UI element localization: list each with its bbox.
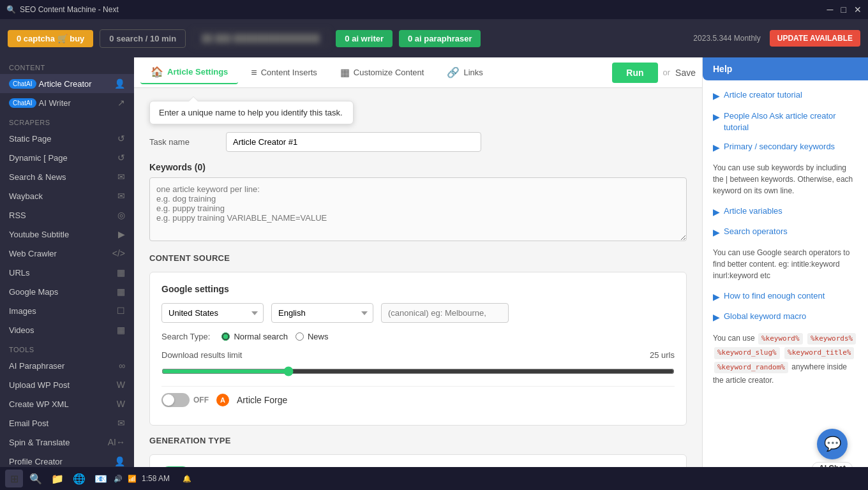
save-button[interactable]: Save bbox=[675, 68, 696, 78]
help-link-label-6: How to find enough content bbox=[724, 290, 825, 302]
tab-links-label: Links bbox=[463, 68, 483, 77]
sidebar: Content ChatAI Article Creator 👤 ChatAI … bbox=[0, 57, 134, 490]
tab-customize-content[interactable]: ▦ Customize Content bbox=[330, 61, 435, 84]
primary-keywords-desc: You can use sub keywords by including th… bbox=[713, 162, 858, 197]
sidebar-item-article-creator[interactable]: ChatAI Article Creator 👤 bbox=[0, 74, 134, 93]
country-select[interactable]: United States United Kingdom Canada Aust… bbox=[161, 303, 264, 323]
version-text: 2023.5.344 Monthly bbox=[693, 34, 760, 43]
taskbar-start-icon[interactable]: ⊞ bbox=[5, 470, 23, 487]
language-select[interactable]: English French Spanish German bbox=[271, 303, 373, 323]
task-name-row: Task name bbox=[149, 132, 687, 152]
taskbar-browser-icon[interactable]: 🌐 bbox=[70, 470, 88, 487]
macro-tag-3: %keyword_slug% bbox=[714, 347, 780, 359]
sidebar-item-urls[interactable]: URLs ▦ bbox=[0, 263, 134, 282]
tabs-bar: 🏠 Article Settings ≡ Content Inserts ▦ C… bbox=[134, 57, 702, 88]
external-link-icon: ↗ bbox=[117, 98, 125, 108]
sidebar-item-static-page[interactable]: Static Page ↺ bbox=[0, 129, 134, 148]
sidebar-item-google-maps[interactable]: Google Maps ▦ bbox=[0, 282, 134, 301]
taskbar-file-icon[interactable]: 📁 bbox=[49, 470, 66, 487]
main-panel: 🏠 Article Settings ≡ Content Inserts ▦ C… bbox=[134, 57, 868, 490]
search-limit-button[interactable]: 0 search / 10 min bbox=[100, 29, 186, 48]
sidebar-section-scrapers: Scrapers bbox=[0, 112, 134, 129]
radio-normal-search[interactable]: Normal search bbox=[221, 332, 288, 341]
article-forge-toggle[interactable]: OFF bbox=[161, 393, 209, 407]
help-link-article-variables[interactable]: ▶ Article variables bbox=[713, 205, 858, 219]
task-name-label: Task name bbox=[149, 137, 226, 147]
update-button[interactable]: UPDATE AVAILABLE bbox=[770, 30, 860, 47]
tab-article-settings[interactable]: 🏠 Article Settings bbox=[140, 61, 238, 84]
generation-type-title: GENERATION TYPE bbox=[149, 436, 687, 445]
help-link-label-1: Article creator tutorial bbox=[724, 89, 802, 101]
help-link-label-3: Primary / secondary keywords bbox=[724, 141, 835, 152]
static-page-icon: ↺ bbox=[117, 133, 125, 144]
keywords-textarea[interactable] bbox=[149, 177, 687, 241]
radio-normal-search-input[interactable] bbox=[221, 332, 230, 341]
keywords-label: Keywords (0) bbox=[149, 162, 687, 172]
download-limit-slider[interactable] bbox=[161, 366, 675, 376]
ai-writer-button[interactable]: 0 ai writer bbox=[336, 30, 393, 47]
help-link-primary-keywords[interactable]: ▶ Primary / secondary keywords bbox=[713, 141, 858, 154]
sidebar-item-upload-wp[interactable]: Upload WP Post W bbox=[0, 375, 134, 394]
tray-network-icon: 🔊 bbox=[114, 475, 123, 483]
minimize-btn[interactable]: ─ bbox=[827, 4, 834, 15]
tray-notification-icon[interactable]: 🔔 bbox=[183, 475, 191, 483]
help-link-search-operators[interactable]: ▶ Search operators bbox=[713, 226, 858, 239]
window-controls[interactable]: ─ □ ✕ bbox=[827, 4, 862, 15]
google-settings-title: Google settings bbox=[161, 284, 675, 294]
sidebar-item-create-wp-xml[interactable]: Create WP XML W bbox=[0, 394, 134, 413]
download-limit-section: Download results limit 25 urls bbox=[161, 350, 675, 381]
global-macro-prefix: You can use bbox=[713, 334, 755, 343]
help-link-article-creator-tutorial[interactable]: ▶ Article creator tutorial bbox=[713, 89, 858, 103]
help-link-find-content[interactable]: ▶ How to find enough content bbox=[713, 290, 858, 304]
taskbar: ⊞ 🔍 📁 🌐 📧 🔊 📶 1:58 AM 🔔 bbox=[0, 467, 868, 490]
canonical-input[interactable] bbox=[381, 303, 509, 323]
sidebar-item-email-post[interactable]: Email Post ✉ bbox=[0, 413, 134, 433]
help-link-people-also-ask[interactable]: ▶ People Also Ask article creator tutori… bbox=[713, 110, 858, 133]
sidebar-item-images[interactable]: Images ☐ bbox=[0, 301, 134, 320]
tab-links[interactable]: 🔗 Links bbox=[437, 61, 493, 84]
limit-header: Download results limit 25 urls bbox=[161, 350, 675, 360]
tray-wifi-icon: 📶 bbox=[128, 475, 137, 483]
limit-value: 25 urls bbox=[650, 350, 675, 360]
help-content: ▶ Article creator tutorial ▶ People Also… bbox=[703, 80, 868, 404]
taskbar-app-icon[interactable]: 📧 bbox=[92, 470, 110, 487]
radio-news-input[interactable] bbox=[296, 332, 304, 341]
sidebar-item-web-crawler[interactable]: Web Crawler </> bbox=[0, 244, 134, 263]
ai-paraphraser-icon: ∞ bbox=[119, 360, 125, 371]
radio-normal-search-label: Normal search bbox=[234, 332, 288, 341]
play-icon-6: ▶ bbox=[713, 291, 720, 304]
youtube-icon: ▶ bbox=[118, 229, 125, 239]
ai-paraphraser-button[interactable]: 0 ai paraphraser bbox=[399, 30, 481, 47]
tab-content-inserts[interactable]: ≡ Content Inserts bbox=[241, 62, 327, 84]
maximize-btn[interactable]: □ bbox=[841, 4, 846, 15]
wayback-icon: ✉ bbox=[117, 191, 125, 201]
profile-creator-icon: 👤 bbox=[114, 456, 125, 466]
task-name-input[interactable] bbox=[226, 132, 481, 152]
sidebar-item-videos[interactable]: Videos ▦ bbox=[0, 320, 134, 339]
web-crawler-icon: </> bbox=[112, 248, 125, 258]
google-maps-icon: ▦ bbox=[117, 286, 125, 297]
sidebar-item-ai-paraphraser[interactable]: AI Paraphraser ∞ bbox=[0, 356, 134, 375]
sidebar-item-wayback[interactable]: Wayback ✉ bbox=[0, 186, 134, 205]
sidebar-item-spin-translate[interactable]: Spin & Translate AI↔ bbox=[0, 433, 134, 452]
run-button[interactable]: Run bbox=[612, 63, 657, 83]
ai-chat-bubble[interactable]: 💬 bbox=[817, 429, 848, 459]
play-icon-4: ▶ bbox=[713, 206, 720, 219]
help-link-global-keyword[interactable]: ▶ Global keyword macro bbox=[713, 311, 858, 324]
app-title-text: SEO Content Machine - Next bbox=[20, 5, 119, 14]
sidebar-item-rss[interactable]: RSS ◎ bbox=[0, 205, 134, 225]
play-icon-1: ▶ bbox=[713, 90, 720, 103]
sidebar-section-tools: Tools bbox=[0, 339, 134, 356]
search-type-label: Search Type: bbox=[161, 332, 210, 341]
radio-news[interactable]: News bbox=[296, 332, 329, 341]
close-btn[interactable]: ✕ bbox=[854, 4, 862, 15]
sidebar-item-ai-writer[interactable]: ChatAI AI Writer ↗ bbox=[0, 93, 134, 112]
taskbar-search-icon[interactable]: 🔍 bbox=[27, 470, 45, 487]
captcha-button[interactable]: 0 captcha 🛒 buy bbox=[8, 30, 93, 47]
sidebar-item-youtube-subtitle[interactable]: Youtube Subtitle ▶ bbox=[0, 225, 134, 244]
sidebar-item-dynamic-page[interactable]: Dynamic [ Page ↺ bbox=[0, 148, 134, 167]
macro-tag-1: %keyword% bbox=[758, 333, 803, 345]
tooltip-box: Enter a unique name to help you identify… bbox=[149, 101, 354, 124]
sidebar-item-search-news[interactable]: Search & News ✉ bbox=[0, 167, 134, 186]
blurred-button[interactable]: ██ ███ ████████████████ bbox=[192, 29, 329, 47]
